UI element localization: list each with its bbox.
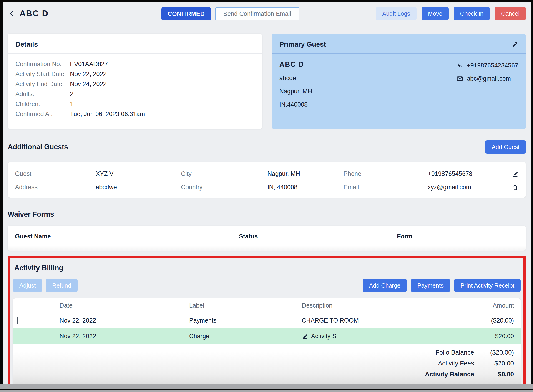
refund-button[interactable]: Refund bbox=[46, 279, 77, 292]
waiver-col-form: Form bbox=[397, 233, 519, 240]
guest-name-value: XYZ V bbox=[96, 170, 181, 177]
summary-row: Folio Balance ($20.00) bbox=[13, 347, 514, 358]
billing-row-payment: Nov 22, 2022 Payments CHARGE TO ROOM ($2… bbox=[13, 313, 521, 328]
move-button[interactable]: Move bbox=[422, 7, 449, 20]
address-value: abcdwe bbox=[96, 184, 181, 191]
summary-row: Activity Fees $20.00 bbox=[13, 358, 514, 369]
primary-guest-card: Primary Guest ABC D abcde Nagpur, MH bbox=[272, 34, 526, 129]
waiver-forms-table: Guest Name Status Form bbox=[8, 226, 526, 251]
billing-col-description: Description bbox=[302, 302, 459, 309]
phone-label: Phone bbox=[344, 170, 428, 177]
billing-label: Payments bbox=[189, 317, 302, 324]
detail-label: Children: bbox=[15, 99, 70, 109]
cancel-button[interactable]: Cancel bbox=[495, 7, 526, 20]
primary-guest-title: Primary Guest bbox=[280, 40, 326, 48]
primary-guest-address: abcde bbox=[280, 73, 312, 83]
primary-guest-name: ABC D bbox=[280, 60, 312, 70]
screenshot-frame: ABC D CONFIRMED Send Confirmation Email … bbox=[0, 0, 533, 392]
edit-primary-guest-button[interactable] bbox=[511, 41, 518, 48]
billing-amount: ($20.00) bbox=[459, 317, 521, 324]
edit-icon bbox=[511, 41, 518, 48]
details-card: Details Confirmation No:EV01AAD827 Activ… bbox=[8, 34, 262, 129]
chevron-left-icon bbox=[8, 10, 15, 17]
window-border-bottom bbox=[0, 389, 533, 390]
add-guest-button[interactable]: Add Guest bbox=[485, 140, 526, 154]
billing-date: Nov 22, 2022 bbox=[60, 317, 189, 324]
detail-row: Activity Start Date:Nov 22, 2022 bbox=[15, 69, 254, 79]
detail-label: Adults: bbox=[15, 89, 70, 99]
billing-col-date: Date bbox=[60, 302, 189, 309]
detail-row: Adults:2 bbox=[15, 89, 254, 99]
print-activity-receipt-button[interactable]: Print Activity Receipt bbox=[454, 279, 521, 292]
detail-label: Confirmed At: bbox=[15, 109, 70, 119]
email-value: xyz@gmail.com bbox=[428, 184, 506, 191]
activity-billing-title: Activity Billing bbox=[14, 264, 521, 272]
detail-label: Confirmation No: bbox=[15, 59, 70, 69]
detail-value: EV01AAD827 bbox=[70, 59, 108, 69]
summary-label: Activity Fees bbox=[438, 358, 474, 369]
audit-logs-button[interactable]: Audit Logs bbox=[376, 7, 417, 20]
detail-row: Confirmed At:Tue, Jun 06, 2023 06:31am bbox=[15, 109, 254, 119]
primary-guest-email: abc@gmail.com bbox=[467, 74, 511, 84]
detail-value: Nov 22, 2022 bbox=[70, 69, 107, 79]
billing-row-charge: Nov 22, 2022 Charge Activity S $20.00 bbox=[13, 328, 521, 344]
detail-value: 2 bbox=[70, 89, 73, 99]
billing-description: Activity S bbox=[311, 333, 336, 340]
activity-billing-section-highlighted: Activity Billing Adjust Refund Add Charg… bbox=[8, 256, 526, 384]
detail-label: Activity End Date: bbox=[15, 79, 70, 89]
detail-value: Tue, Jun 06, 2023 06:31am bbox=[70, 109, 145, 119]
summary-label: Folio Balance bbox=[435, 347, 474, 358]
send-confirmation-email-button[interactable]: Send Confirmation Email bbox=[215, 7, 300, 20]
payments-button[interactable]: Payments bbox=[411, 279, 450, 292]
phone-icon bbox=[456, 62, 463, 69]
adjust-button[interactable]: Adjust bbox=[13, 279, 42, 292]
waiver-forms-title: Waiver Forms bbox=[8, 210, 526, 219]
summary-value: $0.00 bbox=[474, 369, 514, 380]
delete-guest-button[interactable] bbox=[512, 184, 519, 191]
detail-row: Activity End Date:Nov 24, 2022 bbox=[15, 79, 254, 89]
detail-value: Nov 24, 2022 bbox=[70, 79, 107, 89]
address-label: Address bbox=[15, 184, 96, 191]
check-in-button[interactable]: Check In bbox=[454, 7, 490, 20]
detail-row: Children:1 bbox=[15, 99, 254, 109]
edit-charge-button[interactable] bbox=[302, 333, 308, 339]
billing-date: Nov 22, 2022 bbox=[60, 333, 189, 340]
billing-summary: Folio Balance ($20.00) Activity Fees $20… bbox=[13, 347, 521, 380]
summary-value: ($20.00) bbox=[474, 347, 514, 358]
additional-guest-row-card: Guest XYZ V City Nagpur, MH Phone +91987… bbox=[8, 162, 526, 198]
row-checkbox[interactable] bbox=[17, 317, 18, 324]
window-border-top bbox=[0, 0, 533, 2]
city-label: City bbox=[181, 170, 267, 177]
phone-value: +919876545678 bbox=[428, 170, 506, 177]
summary-value: $20.00 bbox=[474, 358, 514, 369]
billing-col-amount: Amount bbox=[459, 302, 521, 309]
waiver-empty-area bbox=[8, 246, 526, 251]
back-button[interactable] bbox=[8, 9, 16, 18]
detail-row: Confirmation No:EV01AAD827 bbox=[15, 59, 254, 69]
country-label: Country bbox=[181, 184, 267, 191]
top-bar: ABC D CONFIRMED Send Confirmation Email … bbox=[8, 2, 526, 25]
waiver-col-status: Status bbox=[239, 233, 397, 240]
detail-label: Activity Start Date: bbox=[15, 69, 70, 79]
status-badge: CONFIRMED bbox=[162, 7, 211, 20]
city-value: Nagpur, MH bbox=[267, 170, 344, 177]
page-title: ABC D bbox=[19, 9, 48, 19]
waiver-col-guest-name: Guest Name bbox=[15, 233, 239, 240]
billing-amount: $20.00 bbox=[459, 333, 521, 340]
edit-guest-button[interactable] bbox=[512, 171, 519, 177]
details-title: Details bbox=[8, 34, 262, 54]
booking-detail-page: ABC D CONFIRMED Send Confirmation Email … bbox=[3, 2, 531, 384]
bottom-strip bbox=[0, 384, 533, 389]
edit-icon bbox=[302, 333, 308, 339]
email-icon bbox=[456, 75, 463, 82]
trash-icon bbox=[512, 184, 519, 191]
summary-row: Activity Balance $0.00 bbox=[13, 369, 514, 380]
billing-col-label: Label bbox=[189, 302, 302, 309]
edit-icon bbox=[512, 171, 519, 177]
billing-description: CHARGE TO ROOM bbox=[302, 317, 459, 324]
primary-guest-country: IN,440008 bbox=[280, 99, 312, 109]
add-charge-button[interactable]: Add Charge bbox=[363, 279, 407, 292]
billing-table-header: Date Label Description Amount bbox=[13, 299, 521, 313]
summary-label: Activity Balance bbox=[425, 369, 474, 380]
bottom-strip bbox=[0, 390, 533, 392]
